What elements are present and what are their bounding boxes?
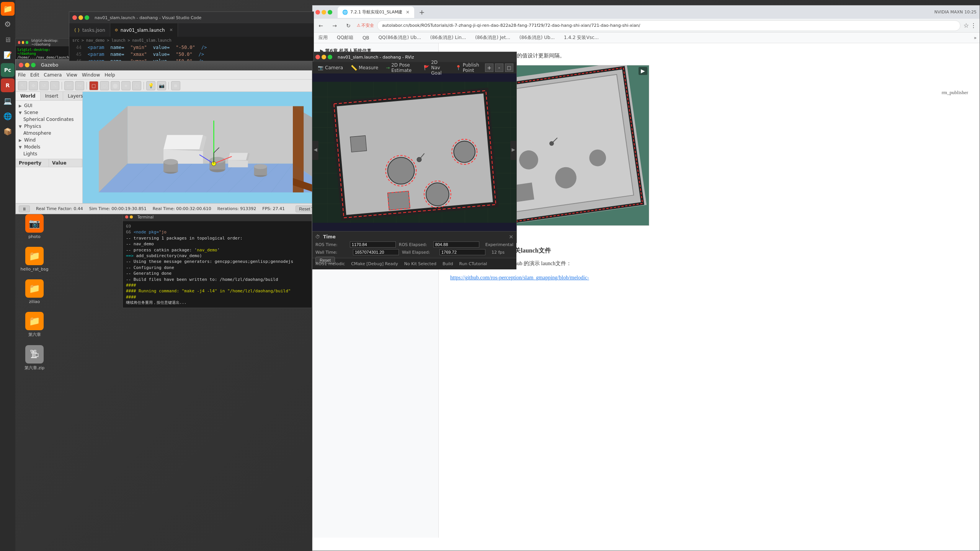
taskbar-icon-terminal2[interactable]: 💻 [1,94,15,108]
vscode-min-btn[interactable] [78,15,83,20]
toolbar-btn-camera[interactable]: 📷 [157,81,166,90]
wall-time-input[interactable] [353,249,399,255]
forward-btn[interactable]: → [329,20,340,31]
ros-time-input[interactable] [350,241,396,248]
tree-item-scene[interactable]: ▼ Scene [16,109,82,116]
chromium-tab-main[interactable]: 🌐 7.2.1 导航实现01_SLAM建 ✕ [338,7,414,18]
bookmark-lin[interactable]: (86条消息) Lin... [427,34,469,42]
article-link1[interactable]: https://github.com/ros-perception/slam_g… [450,273,968,282]
gazebo-min-btn[interactable] [25,63,29,67]
time-panel-close[interactable]: ✕ [509,234,513,240]
new-tab-btn[interactable]: + [416,7,427,18]
rviz-min-btn[interactable] [322,55,326,59]
taskbar-icon-terminal[interactable]: 🖥 [1,33,15,46]
rviz-tool-pose-estimate[interactable]: → 2D Pose Estimate [384,62,418,74]
vscode-max-btn[interactable] [85,15,89,20]
rviz-max-btn[interactable] [328,55,332,59]
chromium-min-btn[interactable] [322,10,326,15]
wall-elapsed-input[interactable] [439,249,485,255]
taskbar-icon-app[interactable]: 📦 [1,124,15,138]
bottom-term-min[interactable] [130,215,133,218]
desktop-icon-sixth[interactable]: 📁 第六章 [19,312,50,337]
toolbar-btn-redo[interactable]: ↪ [75,81,84,90]
menu-edit[interactable]: Edit [30,72,39,78]
taskbar-icon-browser[interactable]: 🌐 [1,109,15,123]
tab-insert[interactable]: Insert [41,92,63,100]
taskbar-icon-pycharm[interactable]: Pc [1,63,15,77]
tab-world[interactable]: World [16,92,41,100]
tab-close-icon[interactable]: ✕ [170,28,173,33]
bookmark-star[interactable]: ☆ [964,22,969,29]
toolbar-btn-scale[interactable]: ⤡ [50,81,59,90]
toolbar-btn-sphere[interactable]: ○ [100,81,109,90]
toolbar-btn-light[interactable]: 💡 [146,81,155,90]
desktop-icon-hello[interactable]: 📁 hello_rat_bsg [19,247,50,272]
bookmark-apply[interactable]: 应用 [315,34,331,42]
bookmark-email[interactable]: QQ邮箱 [334,34,356,42]
menu-camera[interactable]: Camera [44,72,62,78]
gazebo-viewport[interactable] [83,92,327,203]
rviz-tool-measure[interactable]: 📏 Measure [348,64,381,72]
tree-item-lights[interactable]: Lights [16,150,82,157]
menu-window[interactable]: Window [82,72,100,78]
gazebo-max-btn[interactable] [31,63,36,67]
rviz-viewport[interactable]: ◀ ▶ [312,73,516,231]
rviz-zoom-out[interactable]: - [495,64,503,72]
nav-menu[interactable]: ⋮ [970,22,977,29]
tree-item-spherical[interactable]: Spherical Coordinates [16,116,82,123]
tab-close-icon[interactable]: ✕ [406,10,410,15]
vscode-tab-launch[interactable]: ⚙ nav01_slam.launch ✕ [110,23,178,37]
toolbar-btn-box[interactable]: □ [89,81,98,90]
toolbar-btn-undo[interactable]: ↩ [64,81,74,90]
tree-item-gui[interactable]: ▶ GUI [16,102,82,109]
toolbar-btn-hex[interactable]: ⬡ [132,81,141,90]
toolbar-btn-star[interactable]: ★ [121,81,131,90]
rviz-tool-publish-point[interactable]: 📍 Publish Point [453,62,482,74]
chromium-max-btn[interactable] [328,10,332,15]
term-min[interactable] [22,41,24,44]
tree-item-models[interactable]: ▼ Models [16,143,82,150]
taskbar-icon-files[interactable]: 📁 [1,2,15,16]
toolbar-btn-select[interactable]: ↖ [18,81,27,90]
rviz-tool-camera[interactable]: 📷 Camera [315,64,345,71]
rviz-fit[interactable]: □ [505,64,513,72]
gazebo-close-btn[interactable] [19,63,23,67]
desktop-icon-photo[interactable]: 📷 photo [19,214,50,239]
ros-elapsed-input[interactable] [433,241,479,248]
bookmark-qb[interactable]: QB [359,34,372,41]
term-max[interactable] [26,41,28,44]
menu-view[interactable]: View [66,72,77,78]
menu-file[interactable]: File [18,72,26,78]
rviz-status-run[interactable]: Run CTutorial [459,261,487,266]
term-close[interactable] [18,41,20,44]
toolbar-btn-move[interactable]: ✥ [29,81,38,90]
toolbar-btn-cylinder[interactable]: ⬤ [111,81,120,90]
bookmark-ub[interactable]: (86条消息) Ub... [516,34,558,42]
bookmark-menu[interactable]: » [974,35,977,41]
bookmark-jet[interactable]: (86条消息) Jet... [472,34,513,42]
rviz-status-build[interactable]: Build [443,261,453,266]
toolbar-btn-record[interactable]: ⏺ [171,81,180,90]
bookmark-qq1[interactable]: QQ(86条消息) Ub... [376,34,424,42]
taskbar-icon-editor[interactable]: 📝 [1,48,15,62]
pause-btn[interactable]: ⏸ [19,205,30,212]
taskbar-icon-settings[interactable]: ⚙ [1,17,15,31]
tree-item-wind[interactable]: ▶ Wind [16,137,82,143]
rviz-close-btn[interactable] [315,55,320,59]
rviz-zoom-in[interactable]: + [485,64,493,72]
address-bar[interactable]: autolabor.cn/book/ROSTutorials/di-7-zhan… [377,20,960,31]
toolbar-btn-rotate[interactable]: ↺ [39,81,49,90]
tree-item-atmosphere[interactable]: Atmosphere [16,130,82,137]
vscode-close-btn[interactable] [72,15,77,20]
chromium-close-btn[interactable] [315,10,320,15]
rviz-collapse-right[interactable]: ▶ [639,67,647,75]
vscode-tab-tasks[interactable]: { } tasks.json [69,23,110,37]
menu-help[interactable]: Help [105,72,115,78]
tree-item-physics[interactable]: ▼ Physics [16,123,82,130]
bottom-term-close[interactable] [125,215,128,218]
bookmark-vsc[interactable]: 1.4.2 安装Vsc... [561,34,602,42]
desktop-icon-sixth-zip[interactable]: 🗜 第六章.zip [19,345,50,371]
refresh-btn[interactable]: ↻ [343,20,354,31]
taskbar-icon-rviz[interactable]: R [1,78,15,92]
back-btn[interactable]: ← [315,20,326,31]
